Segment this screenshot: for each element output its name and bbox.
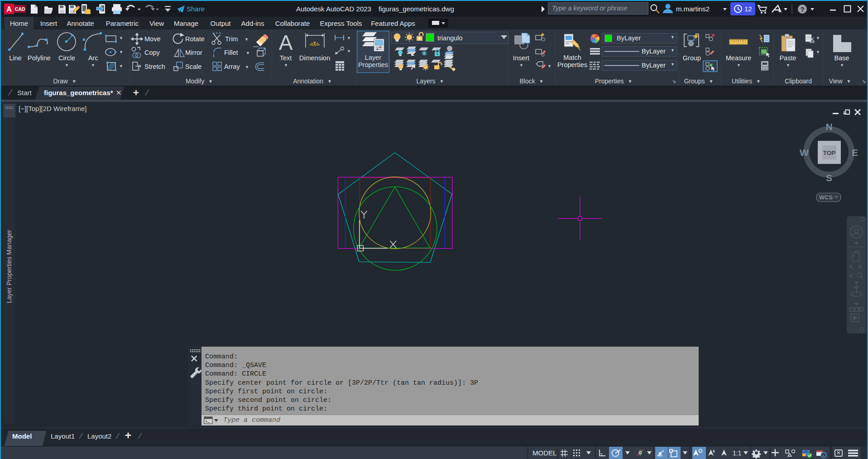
svg-text:N: N bbox=[825, 121, 832, 132]
svg-text:W: W bbox=[800, 147, 809, 158]
svg-text:WCS: WCS bbox=[819, 194, 833, 201]
svg-text:?: ? bbox=[800, 5, 804, 13]
svg-text:TOP: TOP bbox=[823, 150, 836, 156]
svg-text:A: A bbox=[6, 5, 12, 13]
svg-text:S: S bbox=[826, 173, 832, 183]
svg-text:i: i bbox=[823, 453, 824, 458]
svg-text:1:1: 1:1 bbox=[733, 449, 742, 457]
svg-text:CAD: CAD bbox=[15, 6, 25, 12]
svg-text:E: E bbox=[852, 147, 858, 158]
svg-text:A: A bbox=[279, 31, 293, 54]
